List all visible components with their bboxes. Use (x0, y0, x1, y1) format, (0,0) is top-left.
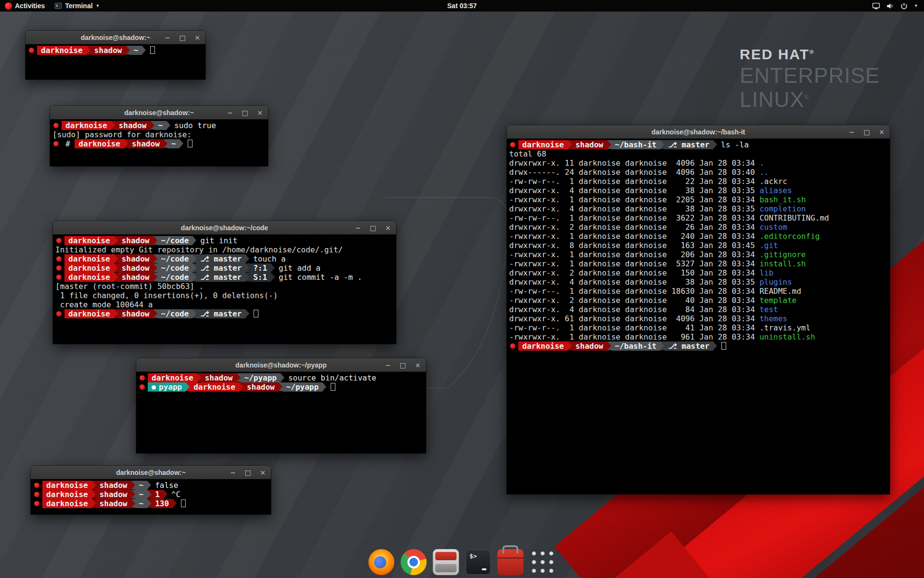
prompt-distro-icon (140, 375, 145, 381)
powerline-separator (239, 382, 243, 391)
maximize-button[interactable]: □ (399, 361, 406, 369)
maximize-button[interactable]: □ (863, 128, 870, 136)
prompt-segment-host: shadow (128, 139, 164, 148)
prompt-distro-icon (29, 48, 34, 53)
powerline-separator (173, 499, 177, 508)
command-text: git commit -a -m . (279, 273, 362, 282)
titlebar[interactable]: darknoise@shadow:~ − □ × (26, 31, 205, 44)
terminal-line: darknoiseshadow~/pyappsource bin/activat… (139, 373, 426, 382)
minimize-button[interactable]: − (227, 109, 233, 117)
prompt-segment-git: ⎇ master (196, 309, 245, 318)
terminal-window-pyapp: darknoise@shadow:~/pyapp − □ × darknoise… (136, 358, 426, 453)
prompt-segment-path: ~ (135, 490, 148, 499)
power-icon[interactable] (900, 2, 908, 10)
terminal-body[interactable]: darknoiseshadow~ (26, 44, 205, 79)
activities-label: Activities (15, 2, 45, 10)
file-attributes: -rw-rw-r--. 1 darknoise darknoise 3622 J… (509, 213, 759, 223)
dock-toolbox[interactable] (498, 549, 524, 575)
activities-button[interactable]: Activities (0, 0, 50, 12)
file-name: .travis.yml (759, 323, 810, 332)
file-name: test (759, 305, 778, 314)
terminal-body[interactable]: darknoiseshadow~sudo true[sudo] password… (50, 119, 268, 166)
display-icon[interactable] (872, 2, 880, 10)
volume-icon[interactable] (886, 2, 894, 10)
powerline-separator (245, 273, 249, 281)
powerline-separator (154, 273, 157, 281)
file-name: .editorconfig (759, 232, 820, 241)
powerline-separator (124, 139, 128, 148)
close-button[interactable]: × (414, 361, 421, 369)
file-name: themes (759, 314, 787, 323)
maximize-button[interactable]: □ (242, 109, 248, 117)
prompt-segment-user: darknoise (190, 382, 239, 392)
dock-chrome[interactable] (401, 549, 427, 575)
app-menu[interactable]: Terminal ▼ (50, 0, 104, 12)
registered-mark: ® (805, 94, 809, 101)
minimize-button[interactable]: − (848, 128, 855, 136)
file-attributes: drwxrwxr-x. 2 darknoise darknoise 150 Ja… (509, 268, 759, 277)
dock-files[interactable] (433, 549, 459, 575)
terminal-body[interactable]: darknoiseshadow~falsedarknoiseshadow~1^C… (31, 479, 271, 514)
powerline-separator (114, 236, 118, 245)
terminal-body[interactable]: darknoiseshadow~/pyappsource bin/activat… (136, 372, 426, 453)
prompt-segment-path: ~/code (157, 254, 193, 263)
file-name: . (759, 158, 764, 168)
terminal-body[interactable]: darknoiseshadow~/codegit initInitialized… (53, 235, 396, 344)
minimize-button[interactable]: − (230, 469, 236, 476)
powerline-separator (192, 273, 196, 281)
app-menu-label: Terminal (65, 2, 92, 10)
close-button[interactable]: × (194, 34, 201, 41)
terminal-line: darknoiseshadow~ (28, 46, 205, 55)
powerline-separator (154, 254, 157, 263)
titlebar[interactable]: darknoise@shadow:~/pyapp − □ × (136, 358, 426, 372)
titlebar[interactable]: darknoise@shadow:~ − □ × (50, 106, 268, 119)
close-button[interactable]: × (257, 109, 263, 117)
terminal-line: drwx------. 24 darknoise darknoise 4096 … (509, 168, 890, 177)
minimize-button[interactable]: − (164, 34, 171, 41)
window-title: darknoise@shadow:~ (124, 109, 194, 117)
rhel-wordmark: RED HAT® ENTERPRISE LINUX® (740, 46, 880, 111)
terminal-line: drwxrwxr-x. 2 darknoise darknoise 26 Jan… (509, 223, 890, 232)
titlebar[interactable]: darknoise@shadow:~ − □ × (31, 466, 271, 479)
terminal-body[interactable]: darknoiseshadow~/bash-it⎇ masterls -lato… (507, 139, 890, 494)
dock-terminal[interactable] (465, 549, 491, 575)
maximize-button[interactable]: □ (179, 34, 186, 41)
chevron-down-icon[interactable]: ▼ (914, 3, 918, 8)
minimize-button[interactable]: − (385, 361, 391, 369)
dock (369, 549, 556, 575)
file-attributes: -rwxrwxr-x. 1 darknoise darknoise 961 Ja… (509, 332, 759, 342)
titlebar[interactable]: darknoise@shadow:~/code − □ × (53, 221, 396, 235)
output-text: [sudo] password for darknoise: (52, 130, 192, 139)
powerline-separator (164, 139, 167, 148)
prompt-distro-icon (56, 238, 62, 243)
close-button[interactable]: × (259, 469, 266, 476)
prompt-segment-user: darknoise (64, 263, 114, 273)
terminal-cursor (188, 140, 192, 147)
dock-app-grid[interactable] (530, 549, 556, 575)
minimize-button[interactable]: − (355, 224, 361, 232)
maximize-button[interactable]: □ (370, 224, 376, 232)
prompt-segment-path: ~/code (157, 273, 193, 282)
prompt-distro-icon (510, 343, 515, 349)
top-bar: Activities Terminal ▼ Sat 03:57 (0, 0, 924, 12)
powerline-separator (713, 342, 717, 350)
prompt-segment-exit: 1 (151, 490, 164, 499)
powerline-separator (114, 273, 118, 281)
terminal-line: -rwxrwxr-x. 1 darknoise darknoise 240 Ja… (509, 232, 890, 241)
titlebar[interactable]: darknoise@shadow:~/bash-it − □ × (507, 125, 890, 139)
brand-red-hat: RED HAT (740, 46, 809, 62)
command-text: touch a (253, 254, 285, 263)
prompt-segment-user: darknoise (64, 254, 114, 263)
dock-firefox[interactable] (369, 549, 395, 575)
terminal-line: drwxrwxr-x. 61 darknoise darknoise 4096 … (509, 314, 890, 323)
clock[interactable]: Sat 03:57 (447, 2, 476, 10)
close-button[interactable]: × (878, 128, 885, 136)
prompt-segment-host: shadow (90, 46, 126, 55)
maximize-button[interactable]: □ (244, 469, 251, 476)
powerline-separator (279, 382, 282, 391)
powerline-separator (111, 121, 115, 130)
close-button[interactable]: × (385, 224, 391, 232)
output-text: 1 file changed, 0 insertions(+), 0 delet… (55, 291, 278, 300)
prompt-segment-user: darknoise (62, 121, 111, 130)
file-name: uninstall.sh (759, 332, 815, 342)
